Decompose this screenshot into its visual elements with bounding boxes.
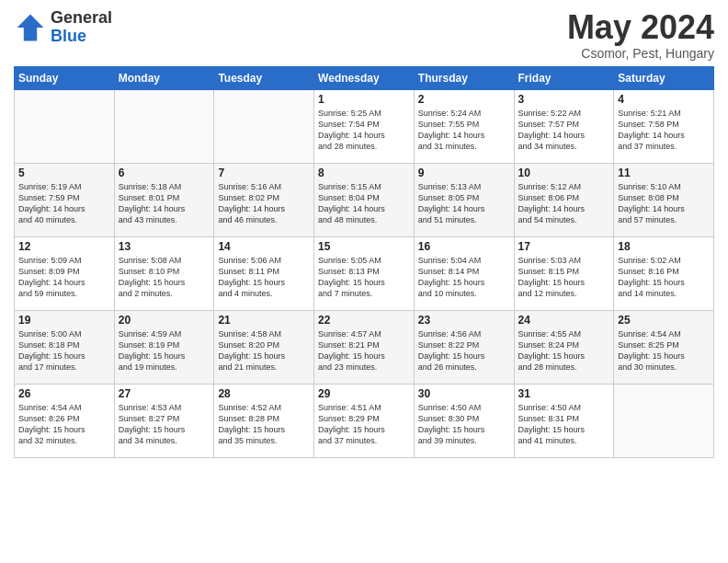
day-number: 7 [218, 167, 310, 179]
day-number: 28 [218, 387, 310, 400]
day-number: 31 [518, 387, 610, 400]
day-cell: 1Sunrise: 5:25 AM Sunset: 7:54 PM Daylig… [314, 89, 415, 163]
day-info: Sunrise: 4:54 AM Sunset: 8:25 PM Dayligh… [618, 328, 710, 373]
header-cell-tuesday: Tuesday [214, 66, 314, 89]
day-cell: 21Sunrise: 4:58 AM Sunset: 8:20 PM Dayli… [214, 310, 314, 384]
day-info: Sunrise: 5:12 AM Sunset: 8:06 PM Dayligh… [518, 181, 610, 226]
header-cell-wednesday: Wednesday [314, 66, 415, 89]
day-number: 22 [318, 314, 410, 327]
day-info: Sunrise: 4:58 AM Sunset: 8:20 PM Dayligh… [218, 328, 310, 373]
day-cell: 2Sunrise: 5:24 AM Sunset: 7:55 PM Daylig… [414, 89, 514, 163]
page: General Blue May 2024 Csomor, Pest, Hung… [0, 0, 728, 563]
day-number: 9 [418, 167, 510, 179]
day-info: Sunrise: 5:02 AM Sunset: 8:16 PM Dayligh… [618, 255, 710, 300]
calendar-header: SundayMondayTuesdayWednesdayThursdayFrid… [15, 66, 714, 89]
day-number: 20 [119, 314, 210, 327]
day-info: Sunrise: 4:51 AM Sunset: 8:29 PM Dayligh… [318, 402, 410, 447]
day-number: 8 [318, 167, 410, 179]
day-number: 10 [518, 167, 610, 179]
day-cell: 20Sunrise: 4:59 AM Sunset: 8:19 PM Dayli… [114, 310, 214, 384]
day-number: 13 [119, 240, 210, 253]
logo-general-text: General [51, 9, 112, 28]
day-cell: 16Sunrise: 5:04 AM Sunset: 8:14 PM Dayli… [414, 236, 514, 310]
day-number: 26 [18, 387, 110, 400]
day-cell: 5Sunrise: 5:19 AM Sunset: 7:59 PM Daylig… [15, 163, 115, 236]
day-cell: 14Sunrise: 5:06 AM Sunset: 8:11 PM Dayli… [214, 236, 314, 310]
day-cell [15, 89, 115, 163]
day-info: Sunrise: 5:22 AM Sunset: 7:57 PM Dayligh… [518, 108, 610, 153]
day-number: 4 [618, 93, 710, 106]
day-number: 21 [218, 314, 310, 327]
day-cell: 29Sunrise: 4:51 AM Sunset: 8:29 PM Dayli… [314, 384, 415, 457]
day-cell: 26Sunrise: 4:54 AM Sunset: 8:26 PM Dayli… [15, 384, 115, 457]
day-cell: 15Sunrise: 5:05 AM Sunset: 8:13 PM Dayli… [314, 236, 415, 310]
day-cell: 23Sunrise: 4:56 AM Sunset: 8:22 PM Dayli… [414, 310, 514, 384]
day-cell: 10Sunrise: 5:12 AM Sunset: 8:06 PM Dayli… [514, 163, 614, 236]
header-cell-thursday: Thursday [414, 66, 514, 89]
day-number: 15 [318, 240, 410, 253]
day-cell: 3Sunrise: 5:22 AM Sunset: 7:57 PM Daylig… [514, 89, 614, 163]
header-cell-saturday: Saturday [614, 66, 714, 89]
day-info: Sunrise: 4:55 AM Sunset: 8:24 PM Dayligh… [518, 328, 610, 373]
day-cell [214, 89, 314, 163]
day-number: 25 [618, 314, 710, 327]
day-number: 3 [518, 93, 610, 106]
day-number: 2 [418, 93, 510, 106]
week-row-4: 26Sunrise: 4:54 AM Sunset: 8:26 PM Dayli… [15, 384, 714, 457]
day-number: 17 [518, 240, 610, 253]
logo-icon [14, 11, 47, 44]
day-number: 11 [618, 167, 710, 179]
day-cell: 4Sunrise: 5:21 AM Sunset: 7:58 PM Daylig… [614, 89, 714, 163]
day-info: Sunrise: 4:56 AM Sunset: 8:22 PM Dayligh… [418, 328, 510, 373]
day-cell: 27Sunrise: 4:53 AM Sunset: 8:27 PM Dayli… [114, 384, 214, 457]
header-cell-monday: Monday [114, 66, 214, 89]
week-row-3: 19Sunrise: 5:00 AM Sunset: 8:18 PM Dayli… [15, 310, 714, 384]
day-cell: 24Sunrise: 4:55 AM Sunset: 8:24 PM Dayli… [514, 310, 614, 384]
day-cell: 28Sunrise: 4:52 AM Sunset: 8:28 PM Dayli… [214, 384, 314, 457]
day-number: 27 [119, 387, 210, 400]
day-info: Sunrise: 5:15 AM Sunset: 8:04 PM Dayligh… [318, 181, 410, 226]
day-number: 16 [418, 240, 510, 253]
day-info: Sunrise: 4:57 AM Sunset: 8:21 PM Dayligh… [318, 328, 410, 373]
day-info: Sunrise: 5:18 AM Sunset: 8:01 PM Dayligh… [119, 181, 210, 226]
day-number: 1 [318, 93, 410, 106]
day-info: Sunrise: 5:25 AM Sunset: 7:54 PM Dayligh… [318, 108, 410, 153]
day-info: Sunrise: 4:50 AM Sunset: 8:30 PM Dayligh… [418, 402, 510, 447]
day-cell [614, 384, 714, 457]
day-info: Sunrise: 4:59 AM Sunset: 8:19 PM Dayligh… [119, 328, 210, 373]
day-number: 5 [18, 167, 110, 179]
day-cell: 6Sunrise: 5:18 AM Sunset: 8:01 PM Daylig… [114, 163, 214, 236]
day-info: Sunrise: 5:16 AM Sunset: 8:02 PM Dayligh… [218, 181, 310, 226]
day-number: 30 [418, 387, 510, 400]
day-number: 23 [418, 314, 510, 327]
day-cell: 11Sunrise: 5:10 AM Sunset: 8:08 PM Dayli… [614, 163, 714, 236]
day-info: Sunrise: 5:09 AM Sunset: 8:09 PM Dayligh… [18, 255, 110, 300]
day-info: Sunrise: 4:54 AM Sunset: 8:26 PM Dayligh… [18, 402, 110, 447]
day-cell: 18Sunrise: 5:02 AM Sunset: 8:16 PM Dayli… [614, 236, 714, 310]
logo: General Blue [14, 9, 112, 46]
day-info: Sunrise: 5:13 AM Sunset: 8:05 PM Dayligh… [418, 181, 510, 226]
header-cell-sunday: Sunday [15, 66, 115, 89]
week-row-0: 1Sunrise: 5:25 AM Sunset: 7:54 PM Daylig… [15, 89, 714, 163]
day-info: Sunrise: 4:52 AM Sunset: 8:28 PM Dayligh… [218, 402, 310, 447]
day-info: Sunrise: 5:21 AM Sunset: 7:58 PM Dayligh… [618, 108, 710, 153]
calendar-body: 1Sunrise: 5:25 AM Sunset: 7:54 PM Daylig… [15, 89, 714, 457]
header-cell-friday: Friday [514, 66, 614, 89]
svg-marker-0 [17, 14, 44, 40]
day-cell: 13Sunrise: 5:08 AM Sunset: 8:10 PM Dayli… [114, 236, 214, 310]
day-number: 29 [318, 387, 410, 400]
calendar-title: May 2024 [567, 9, 714, 46]
day-cell: 7Sunrise: 5:16 AM Sunset: 8:02 PM Daylig… [214, 163, 314, 236]
day-cell: 31Sunrise: 4:50 AM Sunset: 8:31 PM Dayli… [514, 384, 614, 457]
calendar-subtitle: Csomor, Pest, Hungary [567, 46, 714, 61]
logo-blue-text: Blue [51, 28, 112, 46]
day-info: Sunrise: 5:05 AM Sunset: 8:13 PM Dayligh… [318, 255, 410, 300]
week-row-2: 12Sunrise: 5:09 AM Sunset: 8:09 PM Dayli… [15, 236, 714, 310]
day-info: Sunrise: 5:04 AM Sunset: 8:14 PM Dayligh… [418, 255, 510, 300]
day-cell: 25Sunrise: 4:54 AM Sunset: 8:25 PM Dayli… [614, 310, 714, 384]
day-number: 19 [18, 314, 110, 327]
header: General Blue May 2024 Csomor, Pest, Hung… [14, 9, 714, 61]
logo-text: General Blue [51, 9, 112, 46]
day-info: Sunrise: 5:24 AM Sunset: 7:55 PM Dayligh… [418, 108, 510, 153]
day-cell: 19Sunrise: 5:00 AM Sunset: 8:18 PM Dayli… [15, 310, 115, 384]
